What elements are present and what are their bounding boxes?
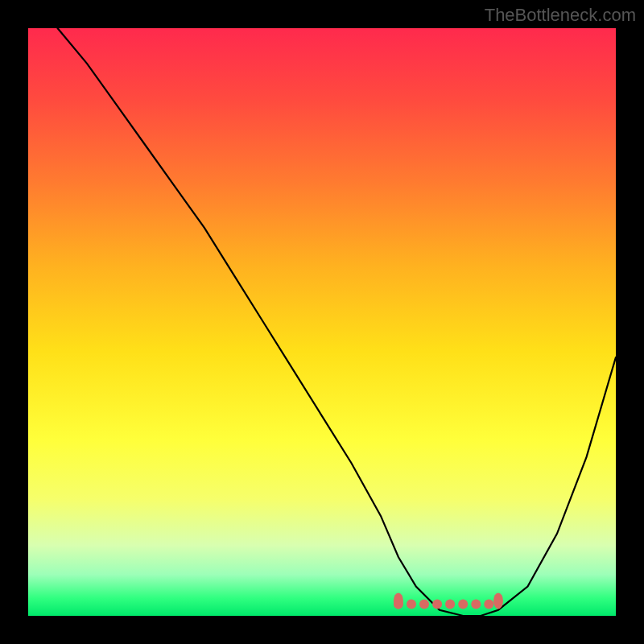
chart-frame: TheBottleneck.com (0, 0, 644, 644)
sweet-spot-marker (484, 599, 493, 609)
sweet-spot-marker (432, 599, 442, 609)
sweet-spot-marker (407, 599, 416, 609)
sweet-spot-marker (458, 599, 468, 609)
watermark-text: TheBottleneck.com (485, 5, 636, 26)
plot-svg (28, 28, 616, 616)
sweet-spot-marker (419, 599, 429, 609)
sweet-spot-endcap (394, 592, 403, 609)
bottleneck-curve (58, 28, 617, 616)
sweet-spot-marker (471, 599, 481, 609)
sweet-spot-endcap (493, 592, 503, 609)
sweet-spot-marker (445, 599, 455, 609)
